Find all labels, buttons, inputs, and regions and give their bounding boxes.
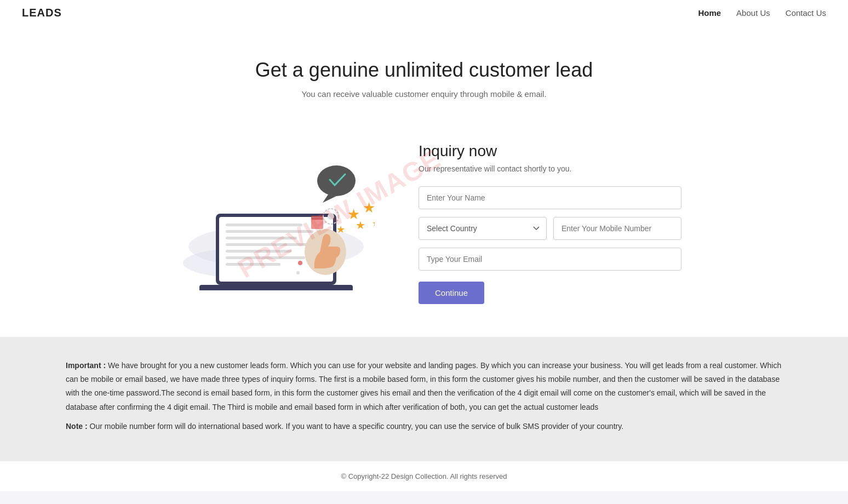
note-label: Note : xyxy=(66,422,88,431)
form-subtitle: Our representative will contact shortly … xyxy=(419,164,681,173)
mobile-input[interactable] xyxy=(553,217,681,240)
footer-text: © Copyright-22 Design Collection. All ri… xyxy=(341,472,507,480)
svg-rect-24 xyxy=(311,216,323,220)
svg-rect-4 xyxy=(226,224,302,226)
svg-rect-11 xyxy=(199,285,353,290)
svg-marker-22 xyxy=(323,194,336,203)
inquiry-form: Inquiry now Our representative will cont… xyxy=(419,137,681,304)
svg-point-21 xyxy=(317,165,356,196)
form-title: Inquiry now xyxy=(419,142,681,160)
submit-button[interactable]: Continue xyxy=(419,282,484,304)
important-text: We have brought for you a new customer l… xyxy=(66,361,781,411)
svg-point-28 xyxy=(296,271,300,274)
nav-contact[interactable]: Contact Us xyxy=(786,8,826,18)
info-section: Important : We have brought for you a ne… xyxy=(0,337,848,461)
email-input[interactable] xyxy=(419,248,681,271)
svg-point-27 xyxy=(298,261,302,265)
hero-subtext: You can receive valuable customer enquir… xyxy=(11,89,837,99)
footer: © Copyright-22 Design Collection. All ri… xyxy=(0,461,848,491)
svg-rect-5 xyxy=(226,230,313,233)
svg-rect-8 xyxy=(226,250,291,253)
svg-text:★: ★ xyxy=(336,224,345,235)
svg-rect-10 xyxy=(226,263,280,266)
svg-text:★: ★ xyxy=(372,219,375,228)
hero-heading: Get a genuine unlimited customer lead xyxy=(11,59,837,82)
note-text: Our mobile number form will do internati… xyxy=(90,422,624,431)
hero-illustration: ★ ★ ★ ★ ★ PREVIEW IMAGE xyxy=(167,137,375,290)
important-label: Important : xyxy=(66,361,106,370)
svg-rect-7 xyxy=(226,243,308,246)
svg-point-26 xyxy=(328,213,334,220)
nav-home[interactable]: Home xyxy=(698,8,721,18)
svg-rect-6 xyxy=(226,237,297,239)
brand-logo: LEADS xyxy=(22,7,62,19)
name-input[interactable] xyxy=(419,186,681,209)
svg-text:★: ★ xyxy=(356,219,365,231)
svg-rect-9 xyxy=(226,256,305,259)
country-select[interactable]: Select Country India USA UK Canada Austr… xyxy=(419,217,547,240)
svg-text:★: ★ xyxy=(363,199,375,216)
nav-about[interactable]: About Us xyxy=(736,8,770,18)
